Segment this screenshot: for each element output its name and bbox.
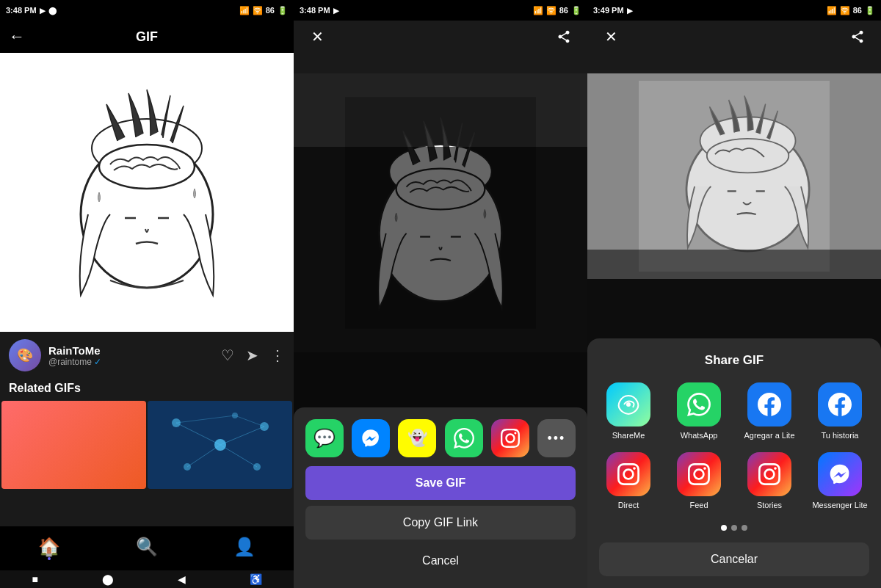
sys-stop[interactable]: ■ — [32, 573, 37, 585]
status-bar-left-3: 3:49 PM ▶ — [593, 6, 633, 15]
heart-icon[interactable]: ♡ — [221, 346, 234, 364]
battery-icon-1: 🔋 — [278, 6, 288, 15]
instagram-icon — [501, 429, 520, 448]
close-button-2[interactable]: ✕ — [305, 25, 329, 48]
battery-icon-3: 🔋 — [865, 6, 875, 15]
dot-3 — [742, 525, 747, 531]
battery-3: 86 — [853, 6, 862, 15]
fb-lite-label: Agregar a Lite — [744, 431, 794, 440]
battery-2: 86 — [559, 6, 568, 15]
share-button-2[interactable] — [552, 25, 576, 48]
status-bar-right-3: 📶 🛜 86 🔋 — [827, 6, 875, 15]
share-apps-row: 💬 👻 — [305, 419, 576, 457]
share-app-messages[interactable]: 💬 — [305, 419, 344, 457]
play-icon-3: ▶ — [627, 7, 633, 15]
share-button-3[interactable] — [846, 25, 869, 48]
save-gif-button[interactable]: Save GIF — [305, 466, 576, 500]
signal-icon-3: 📶 — [827, 6, 837, 15]
top-bar-3: ✕ — [587, 21, 881, 53]
status-bar-3: 3:49 PM ▶ 📶 🛜 86 🔋 — [587, 0, 881, 21]
share-app-stories[interactable]: Stories — [740, 452, 799, 510]
share-app-messenger-lite[interactable]: Messenger Lite — [811, 452, 869, 510]
shareme-icon — [606, 382, 650, 427]
network-svg — [154, 401, 286, 489]
stories-label: Stories — [757, 501, 782, 510]
whatsapp-icon-3 — [677, 382, 721, 427]
share-app-fb-lite[interactable]: Agregar a Lite — [740, 382, 799, 440]
dot-2 — [731, 525, 737, 531]
status-bar-1: 3:48 PM ▶ ⬤ 📶 🛜 86 🔋 — [0, 0, 294, 21]
svg-line-13 — [187, 445, 220, 467]
nav-search[interactable]: 🔍 — [132, 532, 162, 562]
sys-back[interactable]: ◀ — [178, 573, 186, 585]
messenger-lite-label: Messenger Lite — [812, 501, 867, 510]
whatsapp-logo-3 — [687, 393, 711, 416]
share-app-messenger[interactable] — [352, 419, 390, 457]
play-icon-2: ▶ — [333, 7, 339, 15]
nav-profile[interactable]: 👤 — [230, 532, 259, 562]
fb-lite-logo — [758, 393, 781, 416]
related-grid — [0, 401, 294, 489]
svg-point-2 — [99, 145, 195, 189]
page-title-1: GIF — [32, 29, 261, 45]
status-bar-2: 3:48 PM ▶ 📶 🛜 86 🔋 — [294, 0, 587, 21]
direct-label: Direct — [618, 501, 639, 510]
copy-gif-button[interactable]: Copy GIF Link — [305, 506, 576, 540]
battery-1: 86 — [266, 6, 275, 15]
svg-line-12 — [220, 427, 264, 445]
svg-line-11 — [176, 423, 220, 445]
nav-home[interactable]: 🏠 — [35, 532, 64, 562]
related-item-1[interactable] — [1, 401, 146, 489]
share-gif-sheet: Share GIF ShareMe — [587, 338, 881, 588]
wifi-icon-3: 🛜 — [840, 6, 850, 15]
sys-home[interactable]: ⬤ — [102, 573, 114, 585]
time-3: 3:49 PM — [593, 6, 624, 15]
share-app-direct[interactable]: Direct — [599, 452, 658, 510]
share-app-feed[interactable]: Feed — [670, 452, 728, 510]
sys-access[interactable]: ♿ — [250, 573, 262, 585]
back-button[interactable]: ← — [9, 27, 32, 46]
close-button-3[interactable]: ✕ — [599, 25, 623, 48]
share-app-whatsapp-3[interactable]: WhatsApp — [670, 382, 728, 440]
share-app-snapchat[interactable]: 👻 — [398, 419, 436, 457]
shareme-logo — [617, 393, 640, 416]
top-bar-2: ✕ — [294, 21, 587, 53]
share-icon[interactable]: ➤ — [246, 346, 258, 364]
cancel-button-2[interactable]: Cancel — [305, 545, 576, 576]
shareme-label: ShareMe — [612, 431, 645, 440]
share-app-shareme[interactable]: ShareMe — [599, 382, 658, 440]
user-text: RainToMe @raintome ✓ — [48, 344, 214, 367]
top-bar-1: ← GIF — [0, 21, 294, 53]
whatsapp-label: WhatsApp — [681, 431, 718, 440]
share-app-fb-story[interactable]: Tu historia — [811, 382, 869, 440]
bg-gif-3 — [587, 73, 881, 279]
battery-icon-2: 🔋 — [571, 6, 581, 15]
stories-icon — [747, 452, 791, 496]
network-bg — [148, 401, 292, 489]
sys-bar-1: ■ ⬤ ◀ ♿ — [0, 570, 294, 588]
more-icon[interactable]: ⋮ — [270, 346, 285, 364]
verified-icon: ✓ — [94, 357, 101, 367]
instagram-direct-logo — [617, 463, 639, 485]
avatar-inner: 🎨 — [9, 339, 41, 371]
status-bar-left-1: 3:48 PM ▶ ⬤ — [6, 6, 57, 15]
fb-story-label: Tu historia — [822, 431, 859, 440]
share-app-more[interactable]: ••• — [537, 419, 576, 457]
user-handle: @raintome ✓ — [48, 357, 214, 367]
instagram-feed-logo — [688, 463, 710, 485]
fb-lite-icon — [747, 382, 791, 427]
share-app-whatsapp[interactable] — [445, 419, 483, 457]
wifi-icon-1: 🛜 — [253, 6, 263, 15]
share-app-instagram[interactable] — [491, 419, 529, 457]
svg-line-14 — [220, 445, 257, 467]
panel-share-gif: 3:49 PM ▶ 📶 🛜 86 🔋 ✕ — [587, 0, 881, 588]
related-label: Related GIFs — [0, 379, 294, 401]
avatar: 🎨 — [9, 339, 41, 371]
wifi-icon-2: 🛜 — [546, 6, 556, 15]
share-icon-2 — [556, 29, 571, 44]
related-item-2[interactable] — [148, 401, 292, 489]
page-dots — [599, 525, 869, 531]
share-icon-3 — [850, 29, 865, 44]
cancelar-button[interactable]: Cancelar — [599, 542, 869, 576]
character-svg-3 — [639, 81, 830, 272]
